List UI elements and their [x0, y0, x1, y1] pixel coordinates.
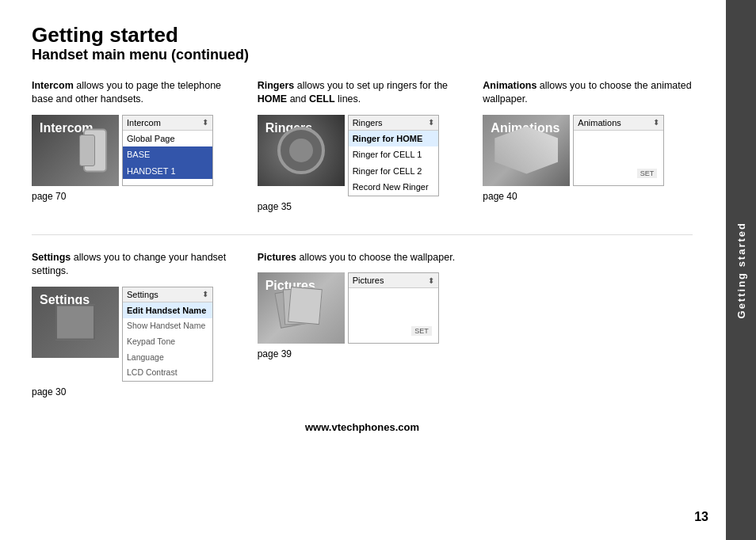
pictures-description: Pictures allows you to choose the wallpa…: [258, 251, 468, 265]
settings-menu-show-name[interactable]: Show Handset Name: [123, 318, 212, 334]
cell-label: CELL: [309, 93, 335, 105]
page-number: 13: [694, 510, 708, 524]
animations-description: Animations allows you to choose the anim…: [483, 79, 693, 107]
page-subtitle: Handset main menu (continued): [32, 47, 693, 63]
phone-icon-small: [79, 135, 95, 166]
intercom-description: Intercom allows you to page the telephon…: [32, 79, 242, 107]
intercom-menu-base[interactable]: BASE: [123, 146, 212, 163]
sidebar-tab: Getting started: [726, 0, 756, 540]
section-animations: Animations allows you to choose the anim…: [483, 79, 693, 212]
animations-device-screen: Animations: [483, 115, 570, 186]
section-pictures: Pictures allows you to choose the wallpa…: [258, 251, 468, 398]
ringers-menu-header: Ringers ⬍: [349, 116, 438, 131]
intercom-label: Intercom: [32, 80, 74, 91]
ringers-label: Ringers: [258, 80, 295, 91]
pictures-device-screen: Pictures: [258, 272, 345, 344]
home-label: HOME: [258, 93, 288, 105]
pictures-menu-widget: Pictures ⬍ SET: [348, 272, 439, 344]
settings-arrow-icon: ⬍: [202, 290, 208, 299]
animations-label: Animations: [483, 80, 536, 91]
intercom-page-ref: page 70: [32, 191, 242, 202]
ringers-menu-ringer-home[interactable]: Ringer for HOME: [349, 131, 438, 147]
settings-description: Settings allows you to change your hands…: [32, 251, 242, 279]
intercom-demo: Intercom Intercom ⬍ Global Page BASE HAN…: [32, 115, 242, 186]
settings-label: Settings: [32, 252, 71, 263]
intercom-arrow-icon: ⬍: [202, 118, 208, 127]
intercom-menu-global-page[interactable]: Global Page: [123, 131, 212, 147]
settings-menu-widget: Settings ⬍ Edit Handset Name Show Handse…: [122, 287, 213, 382]
ringers-page-ref: page 35: [258, 201, 468, 212]
ringers-demo: Ringers Ringers ⬍ Ringer for HOME Ringer…: [258, 115, 468, 196]
animations-set-label: SET: [637, 169, 658, 178]
settings-page-ref: page 30: [32, 386, 242, 397]
animations-page-ref: page 40: [483, 191, 693, 202]
footer: www.vtechphones.com: [32, 421, 693, 449]
pictures-arrow-icon: ⬍: [428, 276, 434, 285]
settings-menu-keypad[interactable]: Keypad Tone: [123, 334, 212, 350]
ringers-device-screen: Ringers: [258, 115, 345, 186]
settings-menu-lcd[interactable]: LCD Contrast: [123, 365, 212, 381]
ringers-menu-ringer-cell1[interactable]: Ringer for CELL 1: [349, 146, 438, 163]
pictures-set-label: SET: [411, 326, 432, 336]
ringers-arrow-icon: ⬍: [428, 118, 434, 127]
pictures-menu-body: SET: [349, 288, 438, 340]
settings-menu-edit-name[interactable]: Edit Handset Name: [123, 302, 212, 319]
pictures-menu-header: Pictures ⬍: [349, 273, 438, 288]
footer-url: www.vtechphones.com: [305, 421, 419, 433]
pictures-demo: Pictures Pictures ⬍ SET: [258, 272, 468, 344]
section-ringers: Ringers allows you to set up ringers for…: [258, 79, 468, 212]
photos-cards-icon: [277, 287, 325, 330]
animations-menu-header: Animations ⬍: [574, 116, 663, 131]
page-title: Getting started: [32, 24, 693, 47]
sidebar-tab-label: Getting started: [735, 222, 747, 318]
intercom-menu-header: Intercom ⬍: [123, 116, 212, 131]
animations-demo: Animations Animations ⬍ SET: [483, 115, 693, 186]
intercom-menu-widget: Intercom ⬍ Global Page BASE HANDSET 1: [122, 115, 213, 186]
intercom-device-screen: Intercom: [32, 115, 119, 186]
ringers-menu-widget: Ringers ⬍ Ringer for HOME Ringer for CEL…: [348, 115, 439, 196]
settings-box-icon: [55, 304, 95, 340]
animations-menu-body: SET: [574, 131, 663, 182]
section-intercom: Intercom allows you to page the telephon…: [32, 79, 242, 212]
settings-menu-language[interactable]: Language: [123, 350, 212, 366]
section-divider: [32, 234, 693, 235]
animations-menu-widget: Animations ⬍ SET: [573, 115, 664, 186]
ringers-menu-ringer-cell2[interactable]: Ringer for CELL 2: [349, 163, 438, 180]
settings-demo: Settings Settings ⬍ Edit Handset Name Sh…: [32, 287, 242, 382]
ringers-menu-record[interactable]: Record New Ringer: [349, 179, 438, 196]
ringers-description: Ringers allows you to set up ringers for…: [258, 79, 468, 107]
section-settings: Settings allows you to change your hands…: [32, 251, 242, 398]
animations-arrow-icon: ⬍: [653, 118, 659, 127]
settings-menu-header: Settings ⬍: [123, 287, 212, 302]
pictures-page-ref: page 39: [258, 348, 468, 359]
speaker-circle-icon: [277, 127, 325, 174]
intercom-menu-handset1[interactable]: HANDSET 1: [123, 163, 212, 180]
pictures-label: Pictures: [258, 252, 296, 263]
settings-device-screen: Settings: [32, 287, 119, 358]
card-3: [288, 287, 323, 325]
empty-column: [483, 251, 693, 406]
